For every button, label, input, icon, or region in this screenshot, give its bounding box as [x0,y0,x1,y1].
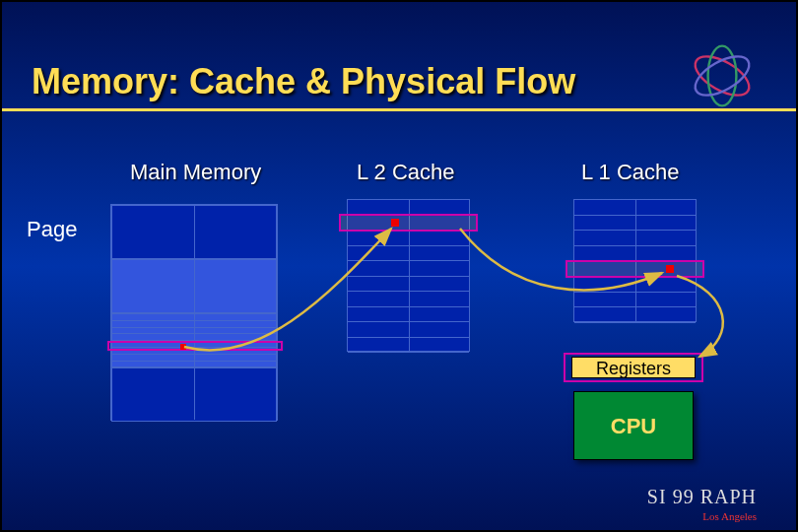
l1-highlighted-line [565,260,704,278]
title-underline [2,108,796,111]
main-memory-label: Main Memory [130,160,261,185]
registers-block: Registers [571,357,696,378]
mem-data-dot [180,344,186,350]
siggraph-text: SI 99 RAPH [647,486,757,508]
cpu-block: CPU [573,391,694,460]
l1-data-dot [666,265,674,273]
main-memory-block [110,204,278,421]
mem-vsplit [194,205,195,420]
mem-highlighted-line [107,341,283,351]
l2-cache-label: L 2 Cache [357,160,454,185]
svg-point-1 [708,46,737,106]
slide-title: Memory: Cache & Physical Flow [32,61,575,102]
l1-cache-label: L 1 Cache [581,160,679,185]
page-label: Page [27,217,77,242]
siggraph-logo-icon [683,36,762,115]
l2-data-dot [391,219,399,227]
location-text: Los Angeles [702,510,757,522]
l2-highlighted-line [339,214,478,232]
